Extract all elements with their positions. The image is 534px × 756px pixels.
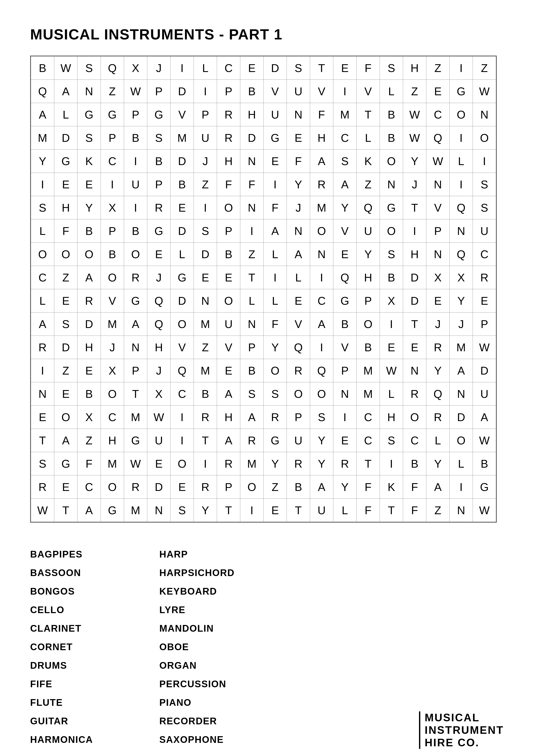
grid-cell: B (124, 219, 147, 243)
grid-cell: U (473, 382, 496, 406)
grid-cell: G (101, 103, 124, 126)
word-item: MANDOLIN (159, 619, 289, 638)
grid-cell: E (147, 452, 170, 475)
grid-cell: N (473, 103, 496, 126)
grid-cell: O (101, 382, 124, 406)
word-item: FLUTE (30, 693, 159, 712)
grid-cell: Y (31, 149, 54, 173)
word-column-1: BAGPIPESBASSOONBONGOSCELLOCLARINETCORNET… (30, 545, 159, 749)
bottom-section: BAGPIPESBASSOONBONGOSCELLOCLARINETCORNET… (30, 541, 504, 749)
grid-cell: H (217, 149, 240, 173)
grid-cell: S (264, 382, 287, 406)
grid-cell: I (403, 219, 426, 243)
grid-cell: O (78, 243, 101, 266)
grid-cell: V (333, 219, 357, 243)
grid-cell: A (78, 499, 101, 522)
grid-cell: Y (403, 149, 426, 173)
grid-cell: C (357, 429, 380, 452)
grid-cell: S (170, 499, 194, 522)
grid-cell: M (170, 126, 194, 149)
grid-cell: H (357, 266, 380, 289)
grid-cell: J (426, 312, 449, 336)
grid-cell: O (101, 475, 124, 499)
grid-cell: E (287, 126, 310, 149)
grid-cell: X (380, 289, 403, 312)
grid-cell: W (473, 429, 496, 452)
grid-cell: L (264, 243, 287, 266)
logo-line2: INSTRUMENT (425, 724, 504, 736)
grid-cell: R (194, 475, 217, 499)
grid-cell: P (194, 103, 217, 126)
grid-cell: O (310, 382, 333, 406)
word-item: FIFE (30, 675, 159, 693)
grid-cell: E (264, 149, 287, 173)
grid-cell: Y (310, 452, 333, 475)
grid-cell: P (124, 359, 147, 382)
grid-cell: V (101, 289, 124, 312)
grid-cell: O (264, 359, 287, 382)
grid-cell: B (240, 359, 264, 382)
grid-cell: V (170, 103, 194, 126)
grid-cell: J (287, 196, 310, 219)
page-title: MUSICAL INSTRUMENTS - PART 1 (30, 26, 504, 43)
grid-cell: M (357, 359, 380, 382)
grid-cell: A (217, 382, 240, 406)
grid-cell: M (101, 312, 124, 336)
logo-line3: HIRE CO. (425, 736, 504, 749)
grid-cell: Z (473, 56, 496, 80)
grid-cell: H (217, 406, 240, 429)
grid-cell: D (240, 126, 264, 149)
grid-cell: Z (426, 499, 449, 522)
grid-cell: N (147, 499, 170, 522)
grid-cell: S (473, 173, 496, 196)
grid-cell: N (287, 219, 310, 243)
grid-cell: P (147, 80, 170, 103)
grid-cell: L (170, 243, 194, 266)
word-item: CELLO (30, 601, 159, 619)
grid-cell: O (380, 219, 403, 243)
grid-cell: S (240, 382, 264, 406)
grid-cell: Q (170, 359, 194, 382)
grid-cell: R (426, 406, 449, 429)
grid-cell: E (403, 336, 426, 359)
grid-cell: O (380, 149, 403, 173)
grid-cell: Q (426, 126, 449, 149)
grid-cell: A (310, 475, 333, 499)
grid-cell: U (287, 80, 310, 103)
word-list-section: BAGPIPESBASSOONBONGOSCELLOCLARINETCORNET… (30, 545, 289, 749)
grid-cell: K (380, 475, 403, 499)
grid-cell: R (217, 103, 240, 126)
grid-cell: I (170, 429, 194, 452)
grid-cell: R (217, 452, 240, 475)
grid-cell: P (357, 289, 380, 312)
grid-cell: O (217, 289, 240, 312)
grid-cell: N (380, 173, 403, 196)
grid-cell: N (426, 173, 449, 196)
grid-cell: X (101, 196, 124, 219)
word-item: RECORDER (159, 712, 289, 730)
grid-cell: E (147, 243, 170, 266)
grid-cell: J (101, 336, 124, 359)
word-column-2: HARPHARPSICHORDKEYBOARDLYREMANDOLINOBOEO… (159, 545, 289, 749)
grid-cell: M (101, 452, 124, 475)
grid-cell: V (426, 196, 449, 219)
grid-cell: L (449, 149, 473, 173)
grid-cell: F (310, 103, 333, 126)
grid-cell: I (31, 173, 54, 196)
grid-cell: I (449, 56, 473, 80)
grid-cell: D (473, 359, 496, 382)
grid-cell: N (426, 243, 449, 266)
grid-cell: N (449, 382, 473, 406)
grid-cell: M (124, 406, 147, 429)
grid-cell: O (357, 312, 380, 336)
grid-cell: T (217, 499, 240, 522)
grid-cell: W (403, 103, 426, 126)
grid-container: BWSQXJILCEDSTEFSHZIZQANZWPDIPBVUVIVLZEGW… (30, 56, 497, 523)
word-item: LYRE (159, 601, 289, 619)
grid-cell: F (240, 173, 264, 196)
grid-cell: R (31, 475, 54, 499)
grid-cell: R (287, 452, 310, 475)
grid-cell: B (78, 219, 101, 243)
grid-cell: V (357, 80, 380, 103)
grid-cell: Q (147, 289, 170, 312)
